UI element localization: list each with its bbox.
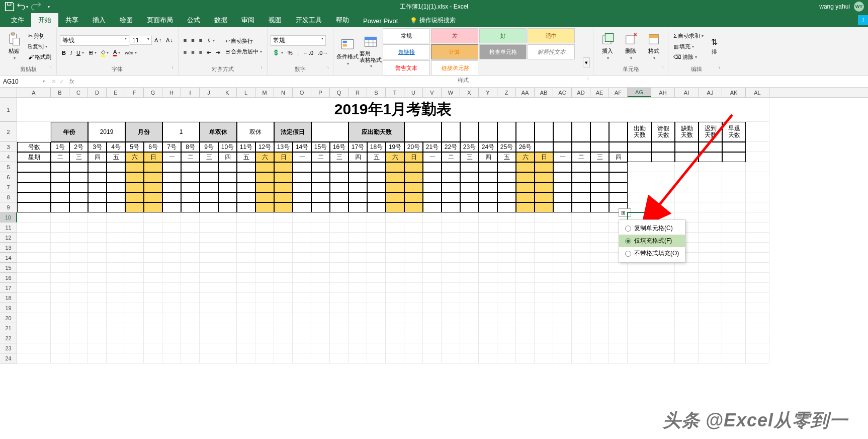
cell[interactable]: [423, 323, 442, 333]
cell[interactable]: [330, 202, 349, 212]
cell[interactable]: [675, 313, 699, 323]
column-header[interactable]: R: [349, 88, 367, 97]
cell[interactable]: [423, 202, 442, 212]
cell[interactable]: [460, 212, 479, 223]
cell[interactable]: [628, 142, 651, 152]
cell[interactable]: [367, 182, 386, 192]
cell[interactable]: 一: [423, 152, 442, 162]
cell[interactable]: 二: [572, 152, 590, 162]
fill-formatting-only[interactable]: 仅填充格式(F): [619, 235, 685, 247]
cell[interactable]: [553, 283, 572, 293]
cell[interactable]: [590, 202, 609, 212]
row-header[interactable]: 15: [0, 263, 17, 273]
autosum-button[interactable]: Σ自动求和▾: [671, 31, 706, 41]
cell[interactable]: 一: [553, 152, 572, 162]
cell[interactable]: [675, 283, 699, 293]
cell[interactable]: [535, 353, 553, 363]
cell[interactable]: [516, 283, 535, 293]
cell[interactable]: [423, 343, 442, 353]
cell[interactable]: [107, 202, 125, 212]
cell[interactable]: [88, 333, 107, 343]
cell[interactable]: [609, 122, 628, 142]
cell[interactable]: [88, 212, 107, 223]
cell[interactable]: 17号: [349, 142, 367, 152]
cell[interactable]: [51, 253, 69, 263]
cell[interactable]: [404, 192, 423, 202]
cell[interactable]: [293, 283, 311, 293]
cell[interactable]: 五: [107, 152, 125, 162]
cell[interactable]: [88, 343, 107, 353]
cell[interactable]: [349, 283, 367, 293]
cell[interactable]: 早退 天数: [722, 122, 746, 142]
row-header[interactable]: 22: [0, 333, 17, 343]
cell[interactable]: [572, 122, 590, 142]
cell[interactable]: [255, 353, 274, 363]
cell[interactable]: [69, 162, 88, 172]
cell[interactable]: [200, 172, 218, 182]
row-header[interactable]: 9: [0, 202, 17, 212]
cell[interactable]: [553, 233, 572, 243]
cell[interactable]: [746, 253, 769, 263]
cell[interactable]: [88, 273, 107, 283]
cell[interactable]: [51, 263, 69, 273]
cell[interactable]: [125, 253, 144, 263]
cell[interactable]: [746, 303, 769, 313]
column-header[interactable]: Z: [497, 88, 516, 97]
cell[interactable]: [51, 233, 69, 243]
cell[interactable]: [200, 212, 218, 223]
tab-share[interactable]: 共享: [58, 13, 85, 27]
cell[interactable]: [746, 273, 769, 283]
cell[interactable]: [479, 273, 497, 283]
fill-copy-cells[interactable]: 复制单元格(C): [619, 222, 685, 235]
cell[interactable]: [699, 142, 722, 152]
increase-font-button[interactable]: A↑: [152, 35, 163, 45]
cell[interactable]: [274, 223, 293, 233]
cell[interactable]: [200, 303, 218, 313]
cell[interactable]: [699, 313, 722, 323]
cell[interactable]: 六: [125, 152, 144, 162]
align-bottom-button[interactable]: ≡: [197, 35, 204, 45]
cell[interactable]: [460, 182, 479, 192]
tab-insert[interactable]: 插入: [85, 13, 113, 27]
cell[interactable]: [628, 162, 651, 172]
cell[interactable]: [442, 273, 460, 283]
cell[interactable]: [516, 162, 535, 172]
cell[interactable]: [460, 293, 479, 303]
align-middle-button[interactable]: ≡: [189, 35, 196, 45]
cell[interactable]: [535, 273, 553, 283]
column-header[interactable]: AG: [628, 88, 651, 97]
column-header[interactable]: G: [144, 88, 162, 97]
cell[interactable]: [572, 283, 590, 293]
clear-button[interactable]: ⌫清除▾: [671, 52, 706, 62]
cell[interactable]: 二: [181, 152, 200, 162]
cell[interactable]: [699, 162, 722, 172]
column-header[interactable]: AK: [722, 88, 746, 97]
cell[interactable]: [590, 172, 609, 182]
cell[interactable]: [572, 323, 590, 333]
cell[interactable]: [311, 343, 330, 353]
cell[interactable]: [535, 323, 553, 333]
cell[interactable]: [17, 233, 51, 243]
cell[interactable]: [628, 202, 651, 212]
cell[interactable]: [442, 223, 460, 233]
cell[interactable]: [609, 182, 628, 192]
cell[interactable]: [181, 233, 200, 243]
cell[interactable]: [274, 192, 293, 202]
cell[interactable]: [51, 243, 69, 253]
cell[interactable]: 三: [200, 152, 218, 162]
cell[interactable]: [330, 273, 349, 283]
cell[interactable]: [107, 233, 125, 243]
cell[interactable]: 年份: [51, 122, 88, 142]
cell[interactable]: [69, 343, 88, 353]
cell[interactable]: [69, 212, 88, 223]
cell[interactable]: 四: [349, 152, 367, 162]
cell[interactable]: [722, 142, 746, 152]
cell[interactable]: 三: [460, 152, 479, 162]
cell[interactable]: [255, 313, 274, 323]
cell[interactable]: [404, 162, 423, 172]
format-cells-button[interactable]: 格式▾: [643, 29, 665, 64]
cell[interactable]: [311, 303, 330, 313]
cell[interactable]: [125, 283, 144, 293]
cell[interactable]: [255, 182, 274, 192]
cell[interactable]: [423, 192, 442, 202]
